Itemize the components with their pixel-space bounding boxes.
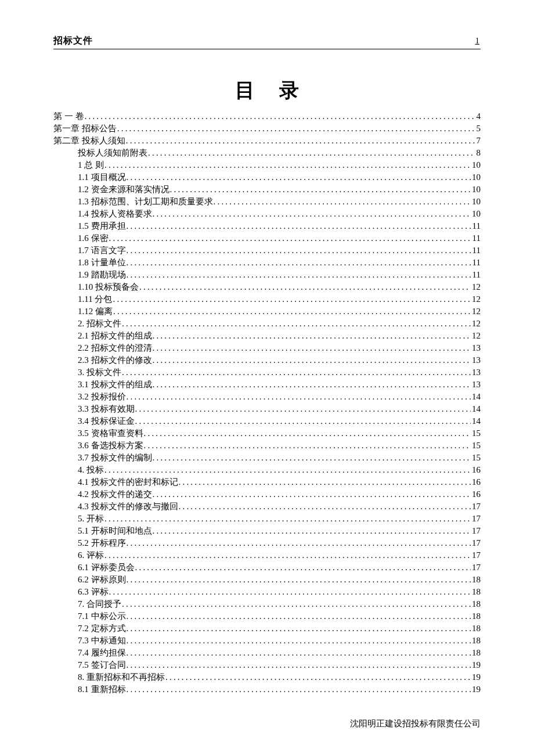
toc-entry-page: 18 [471, 600, 481, 609]
toc-entry-label: 7.3 中标通知 [78, 636, 126, 645]
footer-company: 沈阳明正建设招投标有限责任公司 [350, 718, 481, 729]
toc-entry-page: 11 [471, 271, 481, 279]
toc-entry-label: 1.9 踏勘现场 [78, 271, 126, 279]
toc-entry: 4. 投标16 [53, 466, 481, 474]
toc-entry-label: 7. 合同授予 [78, 600, 121, 609]
toc-leader-dots [113, 307, 471, 316]
toc-entry: 7.4 履约担保18 [53, 649, 481, 657]
toc-entry: 第二章 投标人须知7 [53, 136, 481, 145]
toc-entry-label: 4.3 投标文件的修改与撤回 [78, 502, 178, 511]
toc-leader-dots [126, 661, 471, 669]
toc-entry: 8. 重新招标和不再招标19 [53, 673, 481, 682]
toc-entry-label: 1.5 费用承担 [78, 222, 126, 231]
toc-entry-page: 19 [471, 661, 481, 669]
toc-leader-dots [152, 356, 471, 365]
toc-entry: 1.2 资金来源和落实情况10 [53, 185, 481, 194]
toc-entry: 3.7 投标文件的编制15 [53, 453, 481, 462]
toc-entry-page: 12 [471, 332, 481, 340]
toc-entry: 3.2 投标报价14 [53, 393, 481, 401]
toc-entry-label: 1.2 资金来源和落实情况 [78, 185, 169, 194]
toc-leader-dots [147, 149, 475, 157]
toc-leader-dots [126, 575, 471, 584]
toc-entry-label: 1.8 计量单位 [78, 258, 126, 267]
toc-entry-page: 13 [471, 344, 481, 352]
toc-entry-page: 17 [471, 551, 481, 560]
toc-entry: 1.3 招标范围、计划工期和质量要求10 [53, 197, 481, 206]
page-header: 招标文件 1 [53, 35, 481, 49]
toc-entry-label: 第二章 投标人须知 [53, 136, 125, 145]
toc-leader-dots [152, 453, 471, 462]
toc-entry-label: 1.7 语言文字 [78, 246, 126, 255]
toc-entry-page: 16 [471, 466, 481, 474]
toc-entry-label: 6. 评标 [78, 551, 104, 560]
table-of-contents: 第 一 卷4第一章 招标公告5第二章 投标人须知7投标人须知前附表81 总 则1… [53, 112, 481, 694]
toc-entry-label: 5. 开标 [78, 514, 104, 523]
toc-entry: 6.2 评标原则18 [53, 575, 481, 584]
toc-entry: 7.3 中标通知18 [53, 636, 481, 645]
toc-entry-label: 4.1 投标文件的密封和标记 [78, 478, 178, 487]
toc-entry-label: 第 一 卷 [53, 112, 84, 121]
toc-leader-dots [126, 393, 471, 401]
toc-entry-page: 13 [471, 368, 481, 377]
toc-entry: 2.3 招标文件的修改13 [53, 356, 481, 365]
toc-entry-page: 17 [471, 539, 481, 548]
toc-entry: 1.11 分包12 [53, 295, 481, 304]
toc-entry: 2. 招标文件12 [53, 319, 481, 328]
toc-entry-label: 3.1 投标文件的组成 [78, 380, 152, 389]
toc-entry-label: 3. 投标文件 [78, 368, 121, 377]
toc-entry-label: 1.6 保密 [78, 234, 109, 243]
toc-entry-label: 6.3 评标 [78, 588, 109, 596]
toc-leader-dots [152, 332, 471, 340]
toc-entry-label: 4.2 投标文件的递交 [78, 490, 152, 499]
toc-entry-page: 14 [471, 393, 481, 401]
toc-entry: 6. 评标17 [53, 551, 481, 560]
toc-entry-label: 7.2 定标方式 [78, 624, 126, 633]
toc-entry-label: 1.1 项目概况 [78, 173, 126, 182]
toc-entry-page: 17 [471, 514, 481, 523]
toc-entry: 4.1 投标文件的密封和标记16 [53, 478, 481, 487]
toc-entry-page: 17 [471, 527, 481, 535]
toc-entry: 1.6 保密11 [53, 234, 481, 243]
toc-entry-label: 4. 投标 [78, 466, 104, 474]
toc-entry-label: 6.2 评标原则 [78, 575, 126, 584]
toc-entry: 1.1 项目概况10 [53, 173, 481, 182]
toc-entry-page: 11 [471, 246, 481, 255]
toc-entry-page: 12 [471, 283, 481, 291]
toc-leader-dots [104, 466, 471, 474]
toc-entry: 1.4 投标人资格要求10 [53, 210, 481, 218]
toc-entry: 1 总 则10 [53, 161, 481, 170]
toc-entry: 1.5 费用承担11 [53, 222, 481, 231]
toc-leader-dots [152, 527, 471, 535]
toc-entry: 7.1 中标公示18 [53, 612, 481, 621]
toc-leader-dots [213, 197, 471, 206]
toc-entry: 1.12 偏离12 [53, 307, 481, 316]
toc-entry: 7.5 签订合同19 [53, 661, 481, 669]
toc-entry-page: 4 [475, 112, 481, 121]
toc-entry: 1.7 语言文字11 [53, 246, 481, 255]
toc-entry-page: 11 [471, 222, 481, 231]
toc-leader-dots [135, 563, 471, 572]
toc-entry-label: 8.1 重新招标 [78, 685, 126, 694]
toc-entry: 3.4 投标保证金14 [53, 417, 481, 426]
toc-leader-dots [117, 124, 475, 133]
toc-entry: 8.1 重新招标19 [53, 685, 481, 694]
toc-leader-dots [121, 368, 471, 377]
toc-entry-page: 14 [471, 405, 481, 413]
toc-entry: 1.10 投标预备会12 [53, 283, 481, 291]
toc-entry-label: 2.1 招标文件的组成 [78, 332, 152, 340]
toc-entry-page: 11 [471, 234, 481, 243]
toc-entry: 6.3 评标18 [53, 588, 481, 596]
toc-leader-dots [104, 514, 471, 523]
toc-entry-label: 2.3 招标文件的修改 [78, 356, 152, 365]
toc-leader-dots [126, 649, 471, 657]
toc-entry-page: 18 [471, 636, 481, 645]
toc-entry-label: 5.2 开标程序 [78, 539, 126, 548]
header-page-number: 1 [475, 36, 481, 46]
toc-entry-label: 8. 重新招标和不再招标 [78, 673, 165, 682]
toc-entry-page: 18 [471, 649, 481, 657]
toc-leader-dots [126, 612, 471, 621]
toc-entry: 1.9 踏勘现场11 [53, 271, 481, 279]
toc-entry-label: 投标人须知前附表 [78, 149, 147, 157]
toc-entry: 5.1 开标时间和地点17 [53, 527, 481, 535]
toc-leader-dots [104, 161, 471, 170]
